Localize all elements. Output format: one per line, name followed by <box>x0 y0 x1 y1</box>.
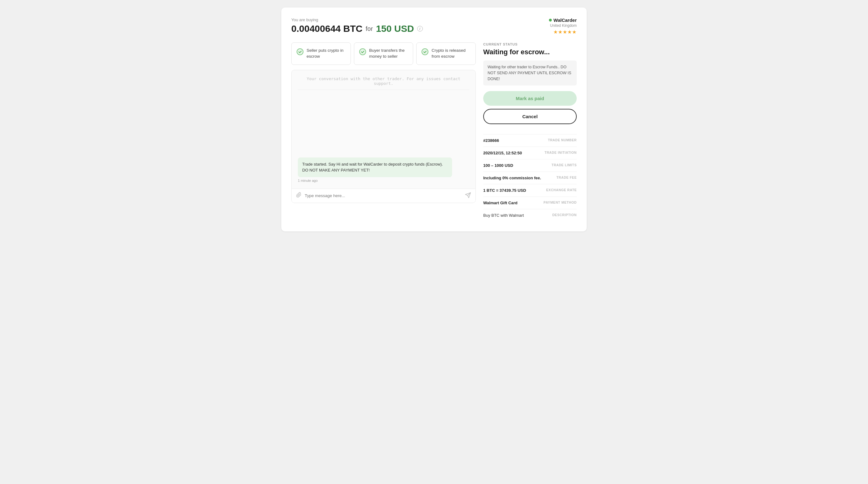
cancel-button[interactable]: Cancel <box>483 109 577 124</box>
trade-row-initiation: 2020/12/15, 12:52:50 TRADE INITIATION <box>483 147 577 159</box>
trade-exchange-label: EXCHANGE RATE <box>546 188 577 192</box>
step-check-3 <box>422 48 428 55</box>
trade-description-row: Buy BTC with Walmart DESCRIPTION <box>483 209 577 221</box>
trade-payment-value: Walmart Gift Card <box>483 201 540 205</box>
steps-row: Seller puts crypto in escrow Buyer trans… <box>291 42 476 65</box>
main-layout: Seller puts crypto in escrow Buyer trans… <box>291 42 577 221</box>
buying-label: You are buying <box>291 18 423 22</box>
step-3-label: Crypto is released from escrow <box>432 48 470 60</box>
trade-number-value: #238666 <box>483 138 544 143</box>
status-title: Waiting for escrow... <box>483 48 577 56</box>
trade-row-fee: Including 0% commission fee. TRADE FEE <box>483 172 577 184</box>
trade-description-value: Buy BTC with Walmart <box>483 213 524 218</box>
buying-amount: 0.00400644 BTC for 150 USD i <box>291 23 423 34</box>
seller-name-text: WalCarder <box>554 18 577 23</box>
chat-input[interactable] <box>305 193 462 198</box>
info-icon[interactable]: i <box>417 26 423 31</box>
for-text: for <box>366 25 373 32</box>
chat-placeholder: Your conversation with the other trader.… <box>298 77 469 90</box>
current-status-label: CURRENT STATUS <box>483 42 577 46</box>
step-card-1: Seller puts crypto in escrow <box>291 42 351 65</box>
trade-initiation-value: 2020/12/15, 12:52:50 <box>483 151 541 155</box>
top-bar: You are buying 0.00400644 BTC for 150 US… <box>291 18 577 35</box>
right-panel: CURRENT STATUS Waiting for escrow... Wai… <box>483 42 577 221</box>
chat-area: Your conversation with the other trader.… <box>291 70 476 203</box>
seller-country: United Kingdom <box>549 23 577 28</box>
seller-name: WalCarder <box>549 18 577 23</box>
chat-message-time: 1 minute ago <box>298 179 469 182</box>
trade-fee-value: Including 0% commission fee. <box>483 176 553 180</box>
step-2-label: Buyer transfers the money to seller <box>369 48 408 60</box>
seller-info: WalCarder United Kingdom ★★★★★ <box>549 18 577 35</box>
attach-icon[interactable] <box>296 192 302 199</box>
mark-as-paid-button[interactable]: Mark as paid <box>483 91 577 106</box>
trade-number-label: TRADE NUMBER <box>548 138 577 142</box>
trade-fee-label: TRADE FEE <box>556 176 577 179</box>
chat-message-text: Trade started. Say Hi and wait for WalCa… <box>302 162 443 173</box>
trade-limits-value: 100 – 1000 USD <box>483 163 548 168</box>
trade-row-payment: Walmart Gift Card PAYMENT METHOD <box>483 197 577 209</box>
page-container: You are buying 0.00400644 BTC for 150 US… <box>281 7 587 231</box>
left-panel: Seller puts crypto in escrow Buyer trans… <box>291 42 476 221</box>
crypto-amount: 0.00400644 BTC <box>291 23 363 34</box>
step-card-3: Crypto is released from escrow <box>416 42 476 65</box>
trade-row-number: #238666 TRADE NUMBER <box>483 135 577 147</box>
send-icon[interactable] <box>465 192 471 200</box>
trade-row-limits: 100 – 1000 USD TRADE LIMITS <box>483 159 577 172</box>
trade-details: #238666 TRADE NUMBER 2020/12/15, 12:52:5… <box>483 134 577 221</box>
trade-limits-label: TRADE LIMITS <box>552 163 577 167</box>
chat-messages: Your conversation with the other trader.… <box>291 70 475 189</box>
step-card-2: Buyer transfers the money to seller <box>354 42 413 65</box>
chat-message-bubble: Trade started. Say Hi and wait for WalCa… <box>298 158 452 177</box>
step-check-1 <box>297 48 304 55</box>
trade-row-exchange: 1 BTC = 37439.75 USD EXCHANGE RATE <box>483 184 577 197</box>
buying-info: You are buying 0.00400644 BTC for 150 US… <box>291 18 423 34</box>
online-dot <box>549 19 552 22</box>
trade-initiation-label: TRADE INITIATION <box>545 151 577 154</box>
step-check-2 <box>359 48 366 55</box>
status-note: Waiting for other trader to Escrow Funds… <box>483 60 577 85</box>
trade-exchange-value: 1 BTC = 37439.75 USD <box>483 188 542 193</box>
trade-payment-label: PAYMENT METHOD <box>544 201 577 204</box>
trade-description-label: DESCRIPTION <box>552 213 577 218</box>
chat-input-row <box>291 189 475 203</box>
step-1-label: Seller puts crypto in escrow <box>307 48 345 60</box>
seller-stars: ★★★★★ <box>549 29 577 35</box>
usd-amount: 150 USD <box>376 23 414 34</box>
